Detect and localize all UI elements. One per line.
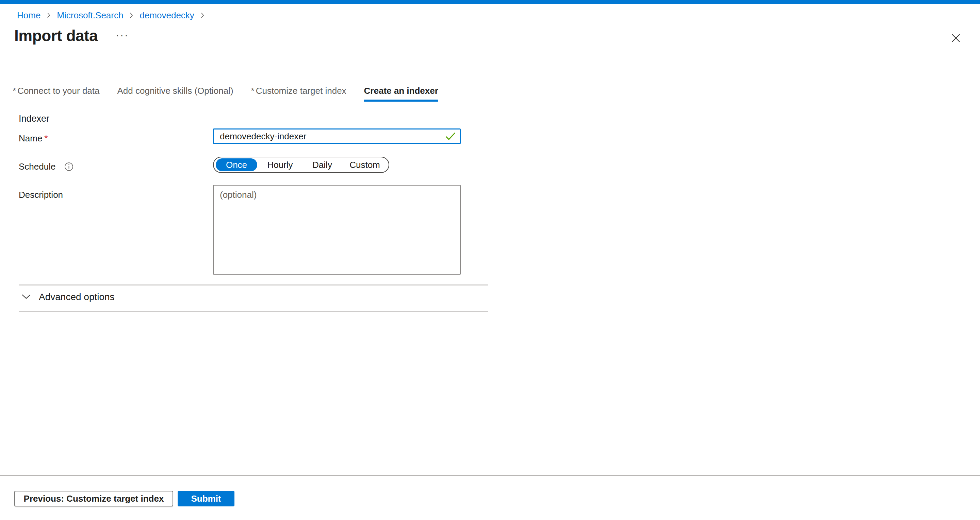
- tab-label: Customize target index: [256, 86, 347, 96]
- schedule-segmented-control: Once Hourly Daily Custom: [213, 157, 389, 173]
- more-options-button[interactable]: ···: [116, 29, 129, 41]
- name-label-text: Name: [19, 133, 42, 143]
- footer-divider: [0, 475, 980, 476]
- import-data-page: Home Microsoft.Search demovedecky Import…: [0, 0, 980, 520]
- name-label: Name*: [19, 133, 48, 144]
- required-asterisk: *: [44, 133, 48, 143]
- advanced-options-label: Advanced options: [39, 292, 115, 303]
- chevron-down-icon: [21, 294, 31, 301]
- schedule-label: Schedule: [19, 162, 56, 172]
- required-marker: *: [13, 86, 16, 96]
- chevron-right-icon: [46, 11, 51, 19]
- wizard-tabs: *Connect to your data Add cognitive skil…: [13, 86, 438, 101]
- close-icon: [951, 33, 961, 44]
- schedule-option-daily[interactable]: Daily: [303, 160, 342, 170]
- schedule-option-once[interactable]: Once: [216, 159, 257, 171]
- advanced-options-toggle[interactable]: Advanced options: [21, 292, 115, 303]
- indexer-name-input[interactable]: [213, 128, 461, 144]
- tab-label: Add cognitive skills (Optional): [118, 86, 234, 96]
- schedule-option-hourly[interactable]: Hourly: [257, 160, 303, 170]
- schedule-option-custom[interactable]: Custom: [342, 160, 388, 170]
- submit-button[interactable]: Submit: [178, 491, 234, 506]
- description-label: Description: [19, 190, 63, 200]
- top-accent-bar: [0, 0, 980, 4]
- breadcrumb-microsoft-search[interactable]: Microsoft.Search: [57, 10, 123, 21]
- breadcrumb-home[interactable]: Home: [17, 10, 40, 21]
- tab-label: Create an indexer: [364, 86, 438, 96]
- page-title: Import data: [14, 27, 98, 45]
- info-icon[interactable]: [64, 162, 73, 173]
- close-button[interactable]: [948, 30, 964, 46]
- description-textarea[interactable]: [213, 185, 461, 274]
- divider: [19, 284, 488, 285]
- chevron-right-icon: [129, 11, 134, 19]
- breadcrumb: Home Microsoft.Search demovedecky: [17, 10, 211, 21]
- tab-create-an-indexer[interactable]: Create an indexer: [364, 86, 438, 101]
- required-marker: *: [251, 86, 255, 96]
- breadcrumb-demovedecky[interactable]: demovedecky: [140, 10, 194, 21]
- tab-label: Connect to your data: [18, 86, 99, 96]
- name-field-wrapper: [213, 128, 461, 144]
- tab-connect-to-your-data[interactable]: *Connect to your data: [13, 86, 100, 101]
- previous-step-button[interactable]: Previous: Customize target index: [14, 491, 173, 506]
- chevron-right-icon: [200, 11, 205, 19]
- tab-add-cognitive-skills[interactable]: Add cognitive skills (Optional): [118, 86, 234, 101]
- indexer-section-title: Indexer: [19, 114, 49, 124]
- divider: [19, 311, 488, 312]
- tab-customize-target-index[interactable]: *Customize target index: [251, 86, 347, 101]
